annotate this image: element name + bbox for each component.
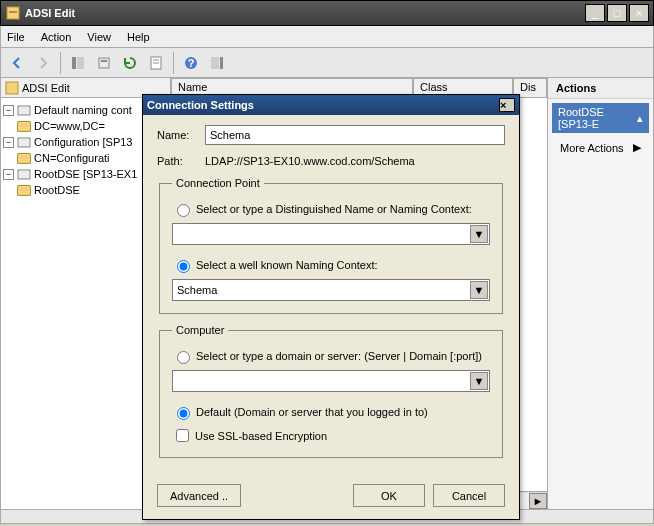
dialog-title: Connection Settings xyxy=(147,99,499,111)
svg-text:?: ? xyxy=(188,57,195,69)
server-radio[interactable] xyxy=(177,351,190,364)
connection-point-group: Connection Point Select or type a Distin… xyxy=(159,177,503,314)
dn-radio-label: Select or type a Distinguished Name or N… xyxy=(196,203,472,215)
wellknown-combo-value: Schema xyxy=(177,284,217,296)
collapse-icon[interactable]: − xyxy=(3,169,14,180)
name-label: Name: xyxy=(157,129,205,141)
tree-label: Configuration [SP13 xyxy=(34,136,132,148)
actions-more[interactable]: More Actions ▶ xyxy=(548,137,653,158)
collapse-icon: ▴ xyxy=(637,112,643,125)
advanced-button[interactable]: Advanced .. xyxy=(157,484,241,507)
name-input[interactable] xyxy=(205,125,505,145)
actions-selected-node[interactable]: RootDSE [SP13-E ▴ xyxy=(552,103,649,133)
scroll-right-button[interactable]: ► xyxy=(529,493,547,509)
connection-point-legend: Connection Point xyxy=(172,177,264,189)
container-icon xyxy=(17,167,31,181)
minimize-button[interactable]: _ xyxy=(585,4,605,22)
path-label: Path: xyxy=(157,155,205,167)
computer-legend: Computer xyxy=(172,324,228,336)
tree-label: RootDSE [SP13-EX1 xyxy=(34,168,137,180)
svg-rect-2 xyxy=(72,57,76,69)
svg-rect-4 xyxy=(99,58,109,68)
menubar: File Action View Help xyxy=(0,26,654,48)
properties-button[interactable] xyxy=(144,51,168,75)
wellknown-combo[interactable]: Schema ▼ xyxy=(172,279,490,301)
svg-rect-16 xyxy=(18,170,30,179)
dn-combo[interactable]: ▼ xyxy=(172,223,490,245)
action-pane-button[interactable] xyxy=(205,51,229,75)
maximize-button[interactable]: □ xyxy=(607,4,627,22)
default-radio-label: Default (Domain or server that you logge… xyxy=(196,406,428,418)
svg-rect-14 xyxy=(18,106,30,115)
refresh-button[interactable] xyxy=(118,51,142,75)
toolbar: ? xyxy=(0,48,654,78)
dropdown-icon[interactable]: ▼ xyxy=(470,281,488,299)
actions-title: Actions xyxy=(548,78,653,99)
actions-selected-label: RootDSE [SP13-E xyxy=(558,106,637,130)
cancel-button[interactable]: Cancel xyxy=(433,484,505,507)
menu-action[interactable]: Action xyxy=(41,31,72,43)
close-button[interactable]: × xyxy=(629,4,649,22)
wellknown-radio-label: Select a well known Naming Context: xyxy=(196,259,378,271)
folder-icon xyxy=(17,119,31,133)
dn-radio[interactable] xyxy=(177,204,190,217)
toolbar-separator xyxy=(173,52,174,74)
svg-rect-15 xyxy=(18,138,30,147)
app-icon xyxy=(5,5,21,21)
wellknown-radio[interactable] xyxy=(177,260,190,273)
help-button[interactable]: ? xyxy=(179,51,203,75)
show-tree-button[interactable] xyxy=(66,51,90,75)
svg-rect-3 xyxy=(77,57,84,69)
dialog-titlebar: Connection Settings × xyxy=(143,95,519,115)
toolbar-separator xyxy=(60,52,61,74)
default-radio[interactable] xyxy=(177,407,190,420)
chevron-right-icon: ▶ xyxy=(633,141,641,154)
server-combo[interactable]: ▼ xyxy=(172,370,490,392)
svg-rect-5 xyxy=(101,60,107,62)
menu-help[interactable]: Help xyxy=(127,31,150,43)
dialog-close-button[interactable]: × xyxy=(499,98,515,112)
server-radio-label: Select or type a domain or server: (Serv… xyxy=(196,350,482,362)
dropdown-icon[interactable]: ▼ xyxy=(470,372,488,390)
adsi-edit-icon xyxy=(5,81,19,95)
menu-file[interactable]: File xyxy=(7,31,25,43)
tree-label: Default naming cont xyxy=(34,104,132,116)
tree-label: CN=Configurati xyxy=(34,152,110,164)
svg-rect-1 xyxy=(9,11,17,13)
actions-pane: Actions RootDSE [SP13-E ▴ More Actions ▶ xyxy=(547,78,653,509)
tree-header-label: ADSI Edit xyxy=(22,82,70,94)
container-icon xyxy=(17,135,31,149)
folder-icon xyxy=(17,183,31,197)
collapse-icon[interactable]: − xyxy=(3,137,14,148)
dropdown-icon[interactable]: ▼ xyxy=(470,225,488,243)
actions-more-label: More Actions xyxy=(560,142,624,154)
svg-rect-11 xyxy=(211,57,219,69)
path-value: LDAP://SP13-EX10.www.cod.com/Schema xyxy=(205,155,505,167)
window-titlebar: ADSI Edit _ □ × xyxy=(0,0,654,26)
container-icon xyxy=(17,103,31,117)
computer-group: Computer Select or type a domain or serv… xyxy=(159,324,503,458)
ssl-checkbox[interactable] xyxy=(176,429,189,442)
ssl-label: Use SSL-based Encryption xyxy=(195,430,327,442)
back-button[interactable] xyxy=(5,51,29,75)
collapse-icon[interactable]: − xyxy=(3,105,14,116)
menu-view[interactable]: View xyxy=(87,31,111,43)
forward-button[interactable] xyxy=(31,51,55,75)
tree-label: DC=www,DC= xyxy=(34,120,105,132)
export-button[interactable] xyxy=(92,51,116,75)
svg-rect-13 xyxy=(6,82,18,94)
tree-label: RootDSE xyxy=(34,184,80,196)
connection-settings-dialog: Connection Settings × Name: Path: LDAP:/… xyxy=(142,94,520,520)
window-title: ADSI Edit xyxy=(25,7,583,19)
folder-icon xyxy=(17,151,31,165)
svg-rect-12 xyxy=(220,57,223,69)
ok-button[interactable]: OK xyxy=(353,484,425,507)
